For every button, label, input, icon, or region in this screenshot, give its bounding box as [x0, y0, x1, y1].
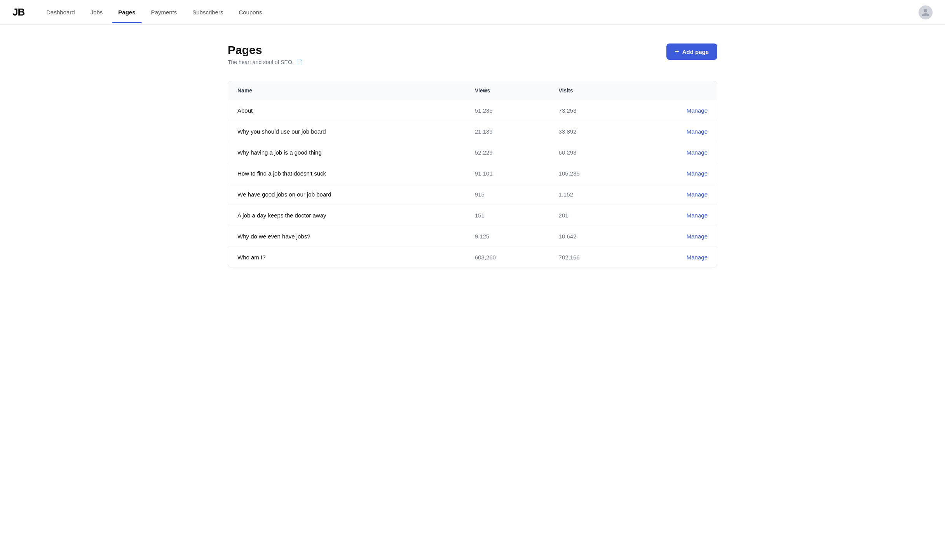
cell-visits: 73,253: [549, 100, 633, 121]
cell-manage: Manage: [633, 205, 717, 226]
col-header-name: Name: [228, 81, 466, 100]
table-row: Why do we even have jobs? 9,125 10,642 M…: [228, 226, 717, 247]
cell-views: 9,125: [466, 226, 549, 247]
cell-views: 603,260: [466, 247, 549, 268]
table-row: We have good jobs on our job board 915 1…: [228, 184, 717, 205]
nav-links: Dashboard Jobs Pages Payments Subscriber…: [40, 1, 919, 23]
table-row: Why you should use our job board 21,139 …: [228, 121, 717, 142]
cell-visits: 60,293: [549, 142, 633, 163]
cell-name: Why having a job is a good thing: [228, 142, 466, 163]
col-header-manage: [633, 81, 717, 100]
cell-manage: Manage: [633, 247, 717, 268]
page-title: Pages: [228, 43, 303, 57]
table-row: A job a day keeps the doctor away 151 20…: [228, 205, 717, 226]
cell-views: 91,101: [466, 163, 549, 184]
table-header: Name Views Visits: [228, 81, 717, 100]
table-header-row: Name Views Visits: [228, 81, 717, 100]
avatar[interactable]: [919, 5, 933, 19]
page-title-block: Pages The heart and soul of SEO. 📄: [228, 43, 303, 65]
nav-link-subscribers[interactable]: Subscribers: [186, 1, 229, 23]
cell-visits: 105,235: [549, 163, 633, 184]
main-content: Pages The heart and soul of SEO. 📄 + Add…: [212, 25, 733, 287]
manage-link[interactable]: Manage: [687, 191, 708, 198]
manage-link[interactable]: Manage: [687, 254, 708, 261]
cell-visits: 702,166: [549, 247, 633, 268]
cell-views: 151: [466, 205, 549, 226]
nav-link-jobs[interactable]: Jobs: [84, 1, 109, 23]
brand-logo: JB: [12, 6, 24, 18]
nav-link-coupons[interactable]: Coupons: [232, 1, 268, 23]
manage-link[interactable]: Manage: [687, 107, 708, 114]
page-subtitle: The heart and soul of SEO. 📄: [228, 59, 303, 65]
manage-link[interactable]: Manage: [687, 233, 708, 240]
navbar: JB Dashboard Jobs Pages Payments Subscri…: [0, 0, 945, 25]
cell-name: We have good jobs on our job board: [228, 184, 466, 205]
cell-name: About: [228, 100, 466, 121]
cell-manage: Manage: [633, 142, 717, 163]
manage-link[interactable]: Manage: [687, 128, 708, 135]
manage-link[interactable]: Manage: [687, 149, 708, 156]
manage-link[interactable]: Manage: [687, 170, 708, 177]
cell-name: Who am I?: [228, 247, 466, 268]
cell-visits: 1,152: [549, 184, 633, 205]
cell-visits: 10,642: [549, 226, 633, 247]
cell-name: How to find a job that doesn't suck: [228, 163, 466, 184]
cell-manage: Manage: [633, 184, 717, 205]
col-header-views: Views: [466, 81, 549, 100]
cell-manage: Manage: [633, 100, 717, 121]
cell-views: 21,139: [466, 121, 549, 142]
cell-visits: 33,892: [549, 121, 633, 142]
table-row: How to find a job that doesn't suck 91,1…: [228, 163, 717, 184]
col-header-visits: Visits: [549, 81, 633, 100]
pages-table: Name Views Visits About 51,235 73,253 Ma…: [228, 81, 717, 268]
table-row: Why having a job is a good thing 52,229 …: [228, 142, 717, 163]
add-page-plus-icon: +: [675, 48, 679, 55]
add-page-button[interactable]: + Add page: [666, 43, 717, 60]
cell-name: A job a day keeps the doctor away: [228, 205, 466, 226]
manage-link[interactable]: Manage: [687, 212, 708, 219]
cell-views: 52,229: [466, 142, 549, 163]
user-icon: [921, 8, 930, 17]
pages-table-container: Name Views Visits About 51,235 73,253 Ma…: [228, 81, 717, 268]
nav-link-pages[interactable]: Pages: [112, 1, 141, 23]
table-row: Who am I? 603,260 702,166 Manage: [228, 247, 717, 268]
cell-visits: 201: [549, 205, 633, 226]
cell-manage: Manage: [633, 163, 717, 184]
add-page-label: Add page: [682, 49, 709, 55]
cell-manage: Manage: [633, 226, 717, 247]
cell-manage: Manage: [633, 121, 717, 142]
table-row: About 51,235 73,253 Manage: [228, 100, 717, 121]
cell-name: Why you should use our job board: [228, 121, 466, 142]
cell-views: 51,235: [466, 100, 549, 121]
table-body: About 51,235 73,253 Manage Why you shoul…: [228, 100, 717, 268]
cell-name: Why do we even have jobs?: [228, 226, 466, 247]
page-subtitle-text: The heart and soul of SEO.: [228, 59, 294, 65]
nav-link-payments[interactable]: Payments: [145, 1, 183, 23]
nav-link-dashboard[interactable]: Dashboard: [40, 1, 81, 23]
page-header: Pages The heart and soul of SEO. 📄 + Add…: [228, 43, 717, 65]
page-subtitle-icon: 📄: [296, 59, 303, 65]
cell-views: 915: [466, 184, 549, 205]
